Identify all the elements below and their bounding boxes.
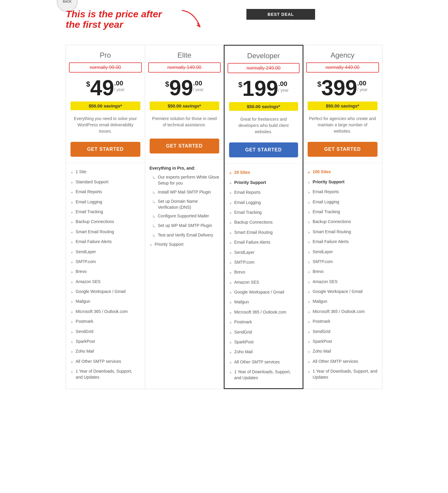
sub-feature-text-1: Install WP Mail SMTP Plugin — [158, 189, 211, 195]
feature-item-developer-19: + All Other SMTP services — [229, 358, 298, 368]
savings-badge-developer: $50.00 savings* — [229, 102, 298, 111]
plan-description-agency: Perfect for agencies who create and main… — [303, 113, 382, 139]
plus-icon-pro-0: + — [70, 169, 73, 176]
plus-icon-agency-13: + — [308, 299, 310, 305]
feature-text-pro-11: Amazon SES — [76, 279, 140, 285]
feature-item-agency-20: + 1 Year of Downloads, Support, and Upda… — [308, 367, 378, 382]
plus-icon-pro-17: + — [70, 339, 73, 345]
sub-arrow-icon-5: ↳ — [152, 233, 156, 239]
features-section-pro: + 1 Site + Standard Support + Email Repo… — [66, 163, 145, 388]
plus-icon-developer-12: + — [229, 290, 232, 296]
feature-item-pro-1: + Standard Support — [70, 178, 140, 188]
feature-item-agency-9: + SMTP.com — [308, 257, 378, 267]
feature-item-developer-5: + Backup Connections — [229, 218, 298, 228]
plan-name-pro: Pro — [69, 51, 142, 59]
plus-icon-agency-6: + — [308, 229, 310, 236]
plus-icon-agency-12: + — [308, 289, 310, 296]
price-main-agency: 399 — [321, 77, 357, 99]
feature-item-agency-16: + SendGrid — [308, 327, 378, 337]
feature-item-pro-15: + Postmark — [70, 317, 140, 327]
feature-text-pro-12: Google Workspace / Gmail — [76, 289, 140, 295]
plan-header-developer: Developer — [225, 46, 303, 62]
price-row-elite: $ 99 .00 / year — [145, 74, 224, 100]
plus-icon-developer-5: + — [229, 220, 232, 226]
feature-text-developer-6: Smart Email Routing — [234, 230, 298, 236]
feature-text-pro-16: SendGrid — [76, 329, 140, 335]
feature-item-pro-4: + Email Tracking — [70, 208, 140, 217]
feature-item-pro-17: + SparkPost — [70, 337, 140, 347]
plus-icon-pro-6: + — [70, 229, 73, 236]
feature-item-developer-6: + Smart Email Routing — [229, 228, 298, 238]
sub-arrow-icon-3: ↳ — [152, 214, 156, 220]
feature-text-agency-17: SparkPost — [313, 339, 378, 345]
feature-item-pro-13: + Mailgun — [70, 297, 140, 307]
feature-text-developer-9: SMTP.com — [234, 259, 298, 265]
feature-item-developer-13: + Mailgun — [229, 298, 298, 308]
feature-item-developer-15: + Postmark — [229, 318, 298, 328]
feature-item-pro-19: + All Other SMTP services — [70, 357, 140, 367]
price-year-agency: / year — [357, 87, 368, 92]
price-row-agency: $ 399 .00 / year — [303, 74, 382, 100]
plus-icon-pro-9: + — [70, 259, 73, 266]
sub-feature-text-0: Our experts perform White Glove Setup fo… — [158, 174, 220, 186]
plus-icon-agency-5: + — [308, 219, 310, 226]
sub-arrow-icon-2: ↳ — [152, 199, 156, 205]
sub-arrow-icon-0: ↳ — [152, 175, 156, 181]
sub-feature-1: ↳ Install WP Mail SMTP Plugin — [150, 188, 220, 197]
cta-button-agency[interactable]: GET STARTED — [308, 142, 378, 157]
cta-button-elite[interactable]: GET STARTED — [150, 139, 220, 153]
cta-button-developer[interactable]: GET STARTED — [229, 142, 298, 157]
plan-header-elite: Elite — [145, 45, 224, 61]
plan-header-pro: Pro — [66, 45, 145, 61]
plus-icon-developer-8: + — [229, 250, 232, 257]
crossed-price-agency: normally 449.00 — [326, 65, 360, 70]
feature-text-pro-20: 1 Year of Downloads, Support, and Update… — [76, 368, 140, 380]
plus-icon-developer-1: + — [229, 180, 232, 187]
feature-item-agency-15: + Postmark — [308, 317, 378, 327]
feature-item-agency-17: + SparkPost — [308, 337, 378, 347]
sub-feature-4: ↳ Set up WP Mail SMTP Plugin — [150, 221, 220, 231]
feature-text-pro-9: SMTP.com — [76, 259, 140, 265]
feature-text-developer-15: Postmark — [234, 319, 298, 325]
plus-icon-pro-2: + — [70, 189, 73, 196]
feature-item-pro-2: + Email Reports — [70, 188, 140, 197]
feature-text-developer-19: All Other SMTP services — [234, 359, 298, 365]
cta-button-pro[interactable]: GET STARTED — [70, 142, 140, 157]
arrow-icon — [176, 9, 206, 33]
plus-icon-agency-15: + — [308, 319, 310, 325]
crossed-price-box-pro: normally 99.00 — [69, 62, 142, 73]
feature-text-developer-18: Zoho Mail — [234, 349, 298, 355]
feature-item-developer-3: + Email Logging — [229, 198, 298, 208]
plus-icon-developer-17: + — [229, 340, 232, 346]
price-main-elite: 99 — [169, 77, 193, 99]
price-main-pro: 49 — [90, 77, 114, 99]
price-cents-year-agency: .00 / year — [357, 79, 368, 92]
feature-item-agency-18: + Zoho Mail — [308, 347, 378, 357]
feature-text-agency-0: 100 Sites — [313, 169, 378, 175]
feature-text-developer-1: Priority Support — [234, 180, 298, 186]
feature-text-developer-13: Mailgun — [234, 299, 298, 305]
feature-text-agency-16: SendGrid — [313, 329, 378, 335]
feature-text-pro-2: Email Reports — [76, 189, 140, 195]
feature-text-agency-8: SendLayer — [313, 249, 378, 255]
feature-item-agency-13: + Mailgun — [308, 297, 378, 307]
feature-text-agency-11: Amazon SES — [313, 279, 378, 285]
feature-item-developer-14: + Microsoft 365 / Outlook.com — [229, 308, 298, 318]
feature-text-agency-1: Priority Support — [313, 179, 378, 185]
plus-icon-pro-11: + — [70, 279, 73, 286]
features-section-agency: + 100 Sites + Priority Support + Email R… — [303, 163, 382, 388]
feature-text-pro-6: Smart Email Routing — [76, 229, 140, 235]
elite-header: Everything in Pro, and: — [150, 164, 220, 173]
feature-item-agency-4: + Email Tracking — [308, 208, 378, 217]
feature-text-agency-18: Zoho Mail — [313, 348, 378, 354]
feature-item-developer-17: + SparkPost — [229, 338, 298, 348]
feature-text-developer-11: Amazon SES — [234, 279, 298, 285]
price-cents-year-elite: .00 / year — [193, 79, 203, 92]
feature-text-developer-3: Email Logging — [234, 200, 298, 206]
feature-item-developer-16: + SendGrid — [229, 328, 298, 338]
price-year-elite: / year — [193, 87, 203, 92]
feature-item-pro-9: + SMTP.com — [70, 257, 140, 267]
price-row-pro: $ 49 .00 / year — [66, 74, 145, 100]
feature-item-agency-6: + Smart Email Routing — [308, 228, 378, 237]
feature-text-agency-4: Email Tracking — [313, 209, 378, 215]
